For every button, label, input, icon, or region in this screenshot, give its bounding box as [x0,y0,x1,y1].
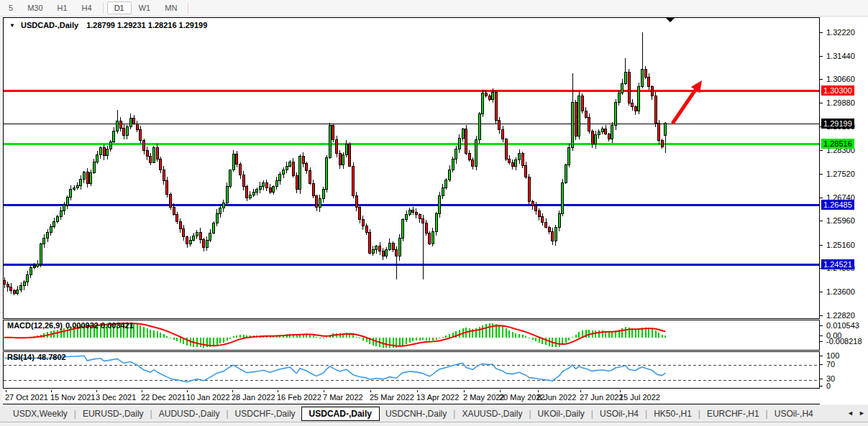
price-tick [820,79,823,80]
date-axis: 27 Oct 202115 Nov 20213 Dec 202122 Dec 2… [3,390,820,404]
date-label: 15 Nov 2021 [50,393,95,402]
rsi-tick-label: 0 [826,381,831,390]
rsi-label: RSI(14)48.7802 [7,353,66,361]
macd-tick [820,325,823,326]
date-label: 3 Dec 2021 [96,393,136,402]
date-tick [51,390,52,392]
date-label: 16 Feb 2022 [277,393,321,402]
tab-usdchf-daily[interactable]: USDCHF-,Daily [229,407,301,420]
date-label: 27 Jun 2022 [580,393,623,402]
chart-window: ▼ USDCAD-,Daily 1.28799 1.29231 1.28216 … [3,17,868,404]
timeframe-button-mn[interactable]: MN [157,1,184,14]
price-tick [820,103,823,103]
price-badge-1.30300: 1.30300 [821,85,854,96]
price-badge-1.28516: 1.28516 [821,139,854,149]
date-label: 15 Jul 2022 [619,393,660,402]
tab-hk50-h1[interactable]: HK50-,H1 [648,407,698,420]
tab-eurusd-daily[interactable]: EURUSD-,Daily [77,407,150,420]
date-label: 25 Mar 2022 [370,393,414,402]
tab-scroll-left-button[interactable]: ◄ [847,409,854,417]
rsi-panel [3,351,820,389]
date-tick [538,390,539,392]
tab-eurchf-h1[interactable]: EURCHF-,H1 [701,407,765,420]
hlines-group [4,91,819,265]
tab-xauusd-daily[interactable]: XAUUSD-,Daily [456,407,528,420]
trend-arrow-shaft[interactable] [672,90,695,124]
date-tick [142,390,142,392]
price-panel [3,17,820,319]
rsi-tick [820,379,823,379]
rsi-tick [820,356,823,356]
rsi-tick-label: 100 [826,351,839,360]
date-tick [620,390,621,392]
price-tick [820,315,823,316]
date-label: 10 Jan 2022 [186,393,230,402]
tab-usdcnh-daily[interactable]: USDCNH-,Daily [380,407,452,420]
rsi-tick [820,386,823,386]
date-tick [6,390,6,392]
price-tick [820,221,823,221]
price-tick [820,56,823,57]
price-tick [820,198,823,198]
macd-label: MACD(12,26,9)0.000932 0.003421 [7,321,134,330]
price-tick-label: 1.27520 [826,170,855,178]
candles-group [4,32,667,295]
date-tick [324,390,324,392]
price-tick-label: 1.25160 [826,241,855,249]
tab-usoil-h4[interactable]: USOil-,H4 [594,407,644,420]
price-badge-1.26485: 1.26485 [821,200,854,210]
tab-scroll-right-button[interactable]: ► [859,409,865,417]
timeframe-button-w1[interactable]: W1 [132,1,158,14]
price-tick-label: 1.29880 [826,98,855,107]
toolbar-separator [103,3,104,14]
date-label: 13 Apr 2022 [416,393,459,402]
chart-tab-bar: USDX,Weekly|EURUSD-,Daily|AUDUSD-,Daily|… [0,405,868,422]
tab-ukoil-daily[interactable]: UKOil-,Daily [532,407,590,420]
chart-title-ohlc: 1.28799 1.29231 1.28216 1.29199 [86,21,207,29]
macd-tick-label: -0.008218 [826,337,862,346]
date-label: 22 Dec 2021 [141,393,186,402]
price-tick-label: 1.31440 [826,52,855,60]
timeframe-button-h4[interactable]: H4 [75,1,99,14]
rsi-line [4,356,665,381]
date-tick [417,390,418,392]
price-tick [820,150,823,151]
mt4-window: 5M30H1H4D1W1MN ▼ USDCAD-,Daily 1.28799 1… [0,0,868,426]
macd-tick [820,335,823,336]
tab-usdx-weekly[interactable]: USDX,Weekly [7,407,73,420]
date-tick [278,390,278,392]
macd-tick-label: 0.010543 [826,321,859,330]
chart-title-symbol: USDCAD-,Daily [21,21,78,29]
toolbar-separator [188,3,188,14]
price-tick-label: 1.30660 [826,75,855,83]
tab-audusd-daily[interactable]: AUDUSD-,Daily [153,407,226,420]
timeframe-button-d1[interactable]: D1 [107,1,132,14]
date-tick [370,390,371,392]
tab-usoil-h4[interactable]: USOil-,H4 [769,407,819,420]
macd-tick [820,341,823,342]
price-tick [820,174,823,175]
window-bottom-strip [0,422,868,426]
date-tick [187,390,188,392]
price-tick-label: 1.25960 [826,216,855,225]
price-badge-1.24521: 1.24521 [821,259,854,269]
timeframe-button-h1[interactable]: H1 [50,1,75,14]
tab-usdcad-daily[interactable]: USDCAD-,Daily [301,407,380,421]
date-label: 7 Mar 2022 [323,393,363,402]
price-tick-label: 1.23600 [826,287,855,296]
triangle-marker-icon [666,18,675,22]
price-tick-label: 1.22820 [826,311,855,320]
timeframe-toolbar: 5M30H1H4D1W1MN [0,0,868,17]
date-tick [464,390,465,392]
timeframe-button-m30[interactable]: M30 [20,1,50,14]
main-chart-plot[interactable] [4,18,819,318]
rsi-plot [4,352,819,388]
price-tick [820,32,823,33]
price-tick-label: 1.32220 [826,28,855,37]
price-tick [820,245,823,246]
chart-collapse-triangle-icon[interactable]: ▼ [9,22,15,29]
timeframe-button-5[interactable]: 5 [1,1,20,14]
price-axis: 1.322201.314401.306601.298801.291001.283… [820,17,868,404]
rsi-tick-label: 70 [826,360,835,369]
price-badge-1.29199: 1.29199 [821,119,854,129]
